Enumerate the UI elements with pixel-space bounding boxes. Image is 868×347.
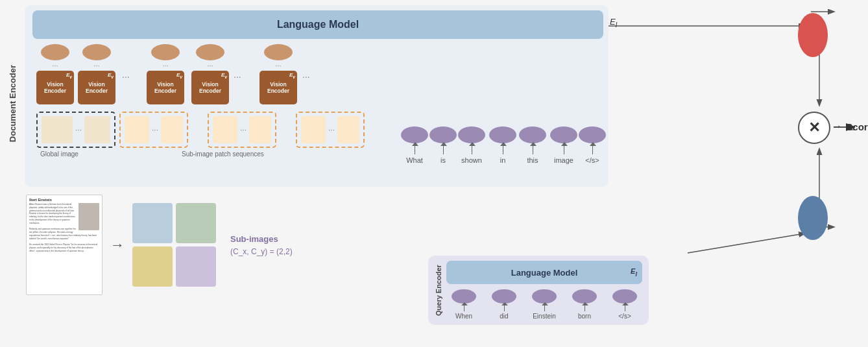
qe-label-eos: </s> (618, 313, 631, 320)
dots-sep-1: ··· (122, 71, 130, 82)
sub-image-top-right (176, 203, 216, 243)
qe-label-einstein: Einstein (533, 313, 556, 320)
qe-label-when: When (455, 313, 472, 320)
multiply-circle: ✕ (798, 112, 830, 144)
query-encoder-section: Query Encoder Language Model El When (428, 256, 649, 325)
sub-patches-label: Sub-image patch sequences (182, 150, 264, 158)
doc-image-area: lbert Einstein Albert Einstein was a Ger… (26, 195, 293, 295)
svg-line-21 (688, 233, 804, 253)
token-eos-doc-label: </s> (585, 156, 599, 164)
sub-images-title: Sub-images (230, 234, 293, 244)
token-image-label: image (554, 156, 573, 164)
query-encoder-label: Query Encoder (435, 261, 442, 320)
wiki-portrait (78, 203, 99, 230)
dots-sep-3: ··· (302, 71, 310, 82)
score-label: Score (846, 121, 868, 132)
query-lm-bar: Language Model El (446, 261, 642, 284)
qe-label-did: did (500, 313, 508, 320)
el-red-oval (798, 13, 828, 57)
wiki-document: lbert Einstein Albert Einstein was a Ger… (26, 195, 102, 295)
qe-el-label: El (631, 267, 637, 277)
qe-token-when: When (452, 289, 476, 320)
qe-ovals-row: When did (446, 287, 642, 320)
token-is-label: is (440, 156, 446, 164)
full-diagram: Document Encoder Language Model ··· Ev V… (0, 0, 855, 334)
ve-block-1: ··· Ev Vision Encoder (36, 44, 74, 104)
el-annotation-top: El (610, 17, 617, 29)
token-is: is (429, 126, 457, 164)
token-shown: shown (458, 126, 485, 164)
ve-block-4: ··· Ev VisionEncoder (191, 44, 229, 104)
token-what-label: What (406, 156, 423, 164)
sub-patch-1: ··· (119, 112, 188, 148)
global-image-patch: ··· (36, 112, 115, 148)
ve-dots-2: ··· (93, 62, 99, 69)
ve-box-2: Ev VisionEncoder (78, 71, 115, 104)
wiki-title: lbert Einstein (29, 198, 99, 202)
patch-rect-1 (42, 116, 73, 143)
ve-box-1: Ev Vision Encoder (36, 71, 74, 104)
token-what: What (401, 126, 428, 164)
ve-block-5: ··· Ev VisionEncoder (259, 44, 297, 104)
token-in: in (489, 126, 516, 164)
token-this: this (519, 126, 546, 164)
global-image-label: Global image (40, 150, 78, 158)
qe-token-eos: </s> (612, 289, 637, 320)
sub-image-top-left (132, 203, 173, 243)
qe-label-born: born (578, 313, 591, 320)
sub-images-grid (132, 203, 216, 287)
token-eos-doc: </s> (579, 126, 606, 164)
sub-patch-2: ··· (208, 112, 276, 148)
ve-dots-1: ··· (52, 62, 58, 69)
sub-image-bottom-left (132, 246, 173, 287)
sub-images-formula: (C_x, C_y) = (2,2) (230, 247, 293, 256)
dots-sep-2: ··· (234, 71, 241, 82)
token-in-label: in (500, 156, 506, 164)
ve-block-3: ··· Ev VisionEncoder (147, 44, 184, 104)
qe-token-did: did (492, 289, 516, 320)
doc-encoder-label: Document Encoder (8, 65, 18, 142)
ve-oval-2 (82, 44, 111, 60)
patch-rect-2 (84, 116, 110, 143)
ve-block-2: ··· Ev VisionEncoder (78, 44, 115, 104)
score-area: → Score (832, 121, 868, 132)
sub-images-label-area: Sub-images (C_x, C_y) = (2,2) (230, 234, 293, 256)
el-blue-oval (798, 196, 828, 240)
sub-patch-3: ··· (296, 112, 365, 148)
token-image: image (550, 126, 577, 164)
sub-image-bottom-right (176, 246, 216, 287)
ve-oval-1 (41, 44, 69, 60)
qe-token-einstein: Einstein (532, 289, 557, 320)
qe-token-born: born (572, 289, 597, 320)
ev-label-1: Ev (66, 72, 72, 79)
arrow-to-score: → (832, 121, 842, 132)
arrow-right-to-subimages: → (110, 237, 125, 254)
token-this-label: this (527, 156, 538, 164)
token-shown-label: shown (461, 156, 482, 164)
language-model-bar: Language Model (32, 10, 603, 39)
